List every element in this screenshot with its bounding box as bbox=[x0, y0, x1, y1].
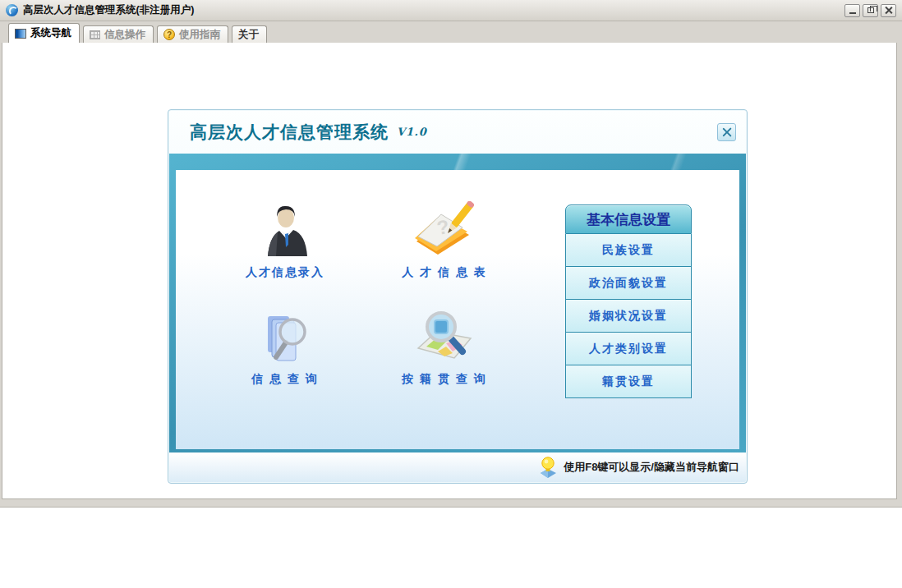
tab-user-guide[interactable]: 使用指南 bbox=[157, 25, 228, 43]
navigation-icon bbox=[15, 29, 26, 39]
close-icon bbox=[722, 127, 732, 137]
dialog-title: 高层次人才信息管理系统 bbox=[190, 121, 389, 144]
settings-item-talent-category[interactable]: 人才类别设置 bbox=[565, 333, 692, 365]
close-icon bbox=[885, 7, 892, 14]
tab-strip: 系统导航 信息操作 使用指南 关于 bbox=[0, 21, 902, 43]
restore-button[interactable] bbox=[863, 4, 878, 17]
map-search-icon bbox=[383, 303, 506, 367]
footer-tip-text: 使用F8键可以显示/隐藏当前导航窗口 bbox=[564, 460, 739, 475]
minimize-icon bbox=[849, 12, 856, 14]
settings-item-native-place[interactable]: 籍贯设置 bbox=[565, 365, 692, 398]
minimize-button[interactable] bbox=[844, 4, 860, 17]
tab-info-operations[interactable]: 信息操作 bbox=[83, 25, 154, 43]
tab-label: 使用指南 bbox=[179, 28, 220, 42]
tab-label: 信息操作 bbox=[104, 28, 145, 42]
tab-label: 关于 bbox=[238, 28, 259, 42]
shortcut-query-by-native-place[interactable]: 按 籍 贯 查 询 bbox=[383, 303, 506, 387]
settings-item-ethnicity[interactable]: 民族设置 bbox=[565, 234, 692, 267]
dialog-version: V1.0 bbox=[397, 126, 427, 138]
close-button[interactable] bbox=[881, 4, 896, 17]
settings-item-marital-status[interactable]: 婚姻状况设置 bbox=[565, 300, 692, 333]
shortcut-info-query[interactable]: 信 息 查 询 bbox=[223, 303, 347, 387]
shortcut-label: 信 息 查 询 bbox=[251, 372, 319, 387]
titlebar: 高层次人才信息管理系统(非注册用户) bbox=[0, 0, 902, 21]
window-controls bbox=[844, 4, 896, 17]
restore-icon bbox=[867, 7, 874, 13]
folders-search-icon bbox=[223, 303, 347, 367]
tab-about[interactable]: 关于 bbox=[232, 25, 267, 43]
shortcut-label: 人 才 信 息 表 bbox=[402, 265, 487, 280]
settings-item-political-status[interactable]: 政治面貌设置 bbox=[565, 267, 692, 300]
lightbulb-icon bbox=[538, 457, 559, 479]
shortcut-talent-entry[interactable]: 人才信息录入 bbox=[223, 196, 347, 280]
dialog-close-button[interactable] bbox=[717, 123, 736, 141]
dialog-teal-frame: 人才信息录入 ? bbox=[169, 154, 746, 454]
dialog-body: 人才信息录入 ? bbox=[176, 170, 739, 449]
person-entry-icon bbox=[223, 196, 347, 260]
navigator-dialog: 高层次人才信息管理系统 V1.0 人才信息录入 bbox=[168, 109, 748, 484]
shortcut-label: 按 籍 贯 查 询 bbox=[402, 372, 487, 387]
window-title: 高层次人才信息管理系统(非注册用户) bbox=[23, 3, 194, 17]
dialog-footer: 使用F8键可以显示/隐藏当前导航窗口 bbox=[169, 452, 746, 482]
basic-settings-panel: 基本信息设置 民族设置 政治面貌设置 婚姻状况设置 人才类别设置 籍贯设置 bbox=[565, 204, 692, 398]
shortcut-label: 人才信息录入 bbox=[246, 265, 324, 280]
settings-panel-header: 基本信息设置 bbox=[565, 204, 692, 234]
grid-icon bbox=[90, 30, 100, 39]
tab-system-navigation[interactable]: 系统导航 bbox=[8, 23, 80, 43]
app-logo-icon bbox=[6, 4, 18, 16]
notepad-pencil-icon: ? bbox=[383, 196, 506, 260]
help-icon bbox=[163, 29, 175, 40]
dialog-header: 高层次人才信息管理系统 V1.0 bbox=[168, 110, 747, 154]
shortcut-talent-table[interactable]: ? 人 才 信 息 表 bbox=[383, 196, 506, 280]
tab-label: 系统导航 bbox=[30, 26, 71, 40]
